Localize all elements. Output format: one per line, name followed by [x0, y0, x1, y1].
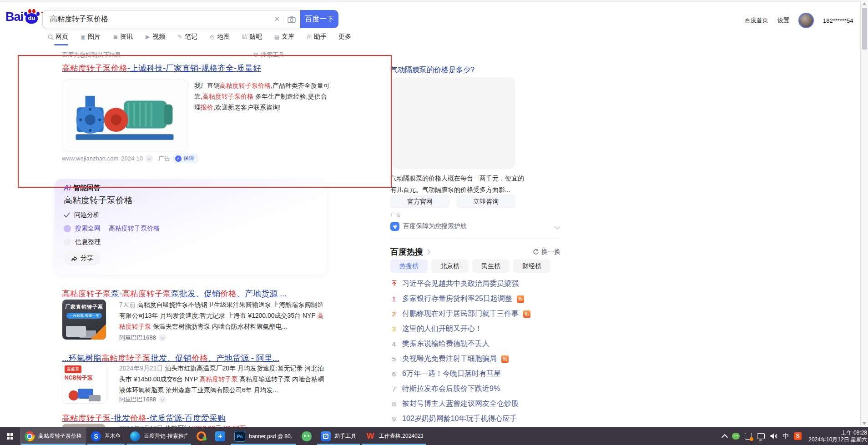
- hot-item-text[interactable]: 习近平会见越共中央政治局委员梁强: [402, 279, 519, 289]
- sidebar-ad-image-placeholder[interactable]: [392, 77, 515, 169]
- network-icon[interactable]: [757, 433, 765, 439]
- baozhang-badge[interactable]: ✓ 保障: [173, 154, 198, 163]
- tab-贴吧[interactable]: 贴贴吧: [242, 33, 262, 45]
- sidebar-ad-title[interactable]: 气动隔膜泵的价格是多少?: [390, 65, 474, 75]
- hot-tab-热搜榜[interactable]: 热搜榜: [390, 259, 428, 273]
- refresh-button[interactable]: 换一换: [533, 248, 560, 256]
- tab-笔记[interactable]: ✎笔记: [177, 33, 197, 45]
- ad-result-title[interactable]: 高粘度转子泵价格-上诚科技-厂家直销-规格齐全-质量好: [62, 63, 261, 74]
- taskbar-chrome-task[interactable]: 高粘度转子泵价格_...: [20, 427, 86, 445]
- result-thumbnail[interactable]: 嘉盛泰 NCB转子泵: [62, 363, 106, 404]
- baidu-baozhang-row[interactable]: 百度保障为您搜索护航: [390, 222, 560, 231]
- result-options-icon[interactable]: [159, 396, 166, 403]
- hot-search-item[interactable]: 3这里的人们开朗又开心！: [390, 321, 563, 336]
- hot-search-item[interactable]: 1多家银行存量房贷利率25日起调整热: [390, 291, 563, 306]
- camera-icon[interactable]: [287, 15, 296, 26]
- tab-图片[interactable]: ▣图片: [80, 33, 101, 45]
- hot-tab-民生榜[interactable]: 民生榜: [472, 259, 510, 273]
- hot-search-item[interactable]: 5央视曝光免费注射干细胞骗局热: [390, 351, 563, 366]
- settings-link[interactable]: 设置: [777, 16, 789, 25]
- hot-tab-北京榜[interactable]: 北京榜: [431, 259, 469, 273]
- ad-label: 广告: [158, 155, 170, 163]
- highlighted-keyword: 价格: [220, 289, 237, 298]
- result-title[interactable]: 高粘度转子泵-批发价格-优质货源-百度爱采购: [62, 413, 226, 424]
- search-submit-button[interactable]: 百度一下: [300, 10, 338, 28]
- tab-地图[interactable]: ◎地图: [209, 33, 230, 45]
- scrollbar-thumb[interactable]: [862, 8, 867, 50]
- taskbar-wps-task[interactable]: 工作表格.2024021...: [361, 427, 427, 445]
- result-options-icon[interactable]: [146, 155, 153, 162]
- hot-item-text[interactable]: 102岁奶奶网龄10年玩手机得心应手: [402, 414, 517, 424]
- hot-search-item[interactable]: 9102岁奶奶网龄10年玩手机得心应手: [390, 411, 563, 426]
- hot-item-text[interactable]: 特斯拉发布会后股价下跌近9%: [402, 384, 500, 394]
- scroll-down-icon[interactable]: [863, 422, 866, 425]
- sogou-input-icon[interactable]: S: [794, 432, 802, 440]
- ime-indicator[interactable]: 中: [782, 432, 789, 440]
- hot-item-text[interactable]: 付鹏称现在对于居民部门就干三件事: [402, 309, 519, 319]
- tab-资讯[interactable]: ≣资讯: [112, 33, 133, 45]
- taskbar-chat-icon[interactable]: [192, 427, 211, 445]
- tab-更多[interactable]: 更多: [338, 33, 351, 45]
- tieba-icon: 贴: [242, 33, 247, 41]
- taskbar-ps-task[interactable]: banner.psd @ 80....: [230, 427, 297, 445]
- hot-item-text[interactable]: 央视曝光免费注射干细胞骗局: [402, 354, 497, 364]
- baidu-home-link[interactable]: 百度首页: [745, 16, 768, 25]
- hot-search-item[interactable]: 4樊振东说输给费德勒不丢人: [390, 336, 563, 351]
- hidden-icons-chevron[interactable]: [722, 434, 728, 440]
- hot-item-text[interactable]: 这里的人们开朗又开心！: [402, 324, 482, 334]
- hot-item-text[interactable]: 樊振东说输给费德勒不丢人: [402, 339, 490, 349]
- consult-now-button[interactable]: 立即咨询: [456, 195, 515, 208]
- hot-search-item[interactable]: 2付鹏称现在对于居民部门就干三件事热: [390, 306, 563, 321]
- chevron-down-icon[interactable]: [554, 223, 560, 230]
- hot-item-text[interactable]: 6万年一遇！今晚日落时有彗星: [402, 369, 501, 379]
- scroll-up-icon[interactable]: [863, 2, 866, 5]
- page-scrollbar[interactable]: [860, 0, 868, 427]
- search-input[interactable]: 高粘度转子泵价格 ✕: [42, 10, 301, 29]
- clock[interactable]: 上午 09:28 2024年10月12日 星期六: [808, 430, 867, 443]
- wechat-tray-icon[interactable]: [732, 433, 740, 440]
- taskbar-wechat-icon[interactable]: [297, 427, 316, 445]
- hot-search-header: 百度热搜 换一换: [390, 246, 560, 257]
- volume-icon[interactable]: [770, 433, 777, 440]
- hot-tab-财经榜[interactable]: 财经榜: [513, 259, 550, 273]
- thumb-caption: NCB转子泵: [65, 374, 93, 382]
- hot-item-text[interactable]: 多家银行存量房贷利率25日起调整: [402, 294, 512, 304]
- hot-search-title[interactable]: 百度热搜: [390, 246, 423, 257]
- result-thumbnail[interactable]: 厂家直销转子泵 一台起批 质保一年: [62, 299, 106, 340]
- share-button[interactable]: 分享: [64, 251, 101, 265]
- result-title[interactable]: 高粘度转子泵泵-高粘度转子泵泵批发、促销价格、产地货源 ...: [62, 288, 287, 299]
- taskbar-jimuyu-task[interactable]: 基木鱼: [86, 427, 126, 445]
- hot-item-text[interactable]: 被封号博主大蓝曾建议网友全仓炒股: [402, 399, 519, 409]
- hot-search-item[interactable]: 7特斯拉发布会后股价下跌近9%: [390, 381, 563, 396]
- highlighted-keyword: 高粘度转子泵: [62, 414, 111, 423]
- source-name[interactable]: 阿里巴巴1688: [119, 395, 156, 404]
- source-name[interactable]: 阿里巴巴1688: [119, 334, 156, 342]
- taskbar-docs-icon[interactable]: [211, 427, 230, 445]
- tab-助手[interactable]: Ai助手: [306, 33, 327, 45]
- ai-search-query-link[interactable]: 高粘度转子泵价格: [109, 225, 160, 233]
- result-options-icon[interactable]: [159, 334, 166, 341]
- ad-thumbnail[interactable]: [62, 80, 188, 151]
- tab-视频[interactable]: ▶视频: [145, 33, 165, 45]
- hot-search-item[interactable]: 习近平会见越共中央政治局委员梁强: [390, 276, 563, 291]
- clear-search-icon[interactable]: ✕: [274, 15, 280, 23]
- chevron-right-icon[interactable]: [425, 249, 430, 254]
- text-segment: 保温夹套树脂沥青泵 内啮合防水材料聚氨酯电...: [151, 323, 287, 330]
- user-avatar[interactable]: [798, 13, 814, 28]
- hot-search-item[interactable]: 8被封号博主大蓝曾建议网友全仓炒股: [390, 396, 563, 411]
- taskbar-edge-task[interactable]: 百度营销-搜索推广...: [126, 427, 192, 445]
- funnel-icon: [253, 52, 258, 58]
- result-title[interactable]: ...环氧树脂高粘度转子泵批发、促销价格、产地货源 - 阿里...: [62, 353, 279, 364]
- tab-网页[interactable]: 网页: [48, 33, 68, 45]
- start-button[interactable]: [0, 427, 20, 445]
- hot-search-item[interactable]: 66万年一遇！今晚日落时有彗星: [390, 366, 563, 381]
- account-phone[interactable]: 182******54: [823, 17, 853, 24]
- search-tools-button[interactable]: 搜索工具: [253, 51, 284, 59]
- header-links: 百度首页 设置 182******54: [745, 13, 853, 28]
- official-site-button[interactable]: 官方官网: [390, 195, 449, 208]
- tab-文库[interactable]: ▤文库: [274, 33, 294, 45]
- ad-url[interactable]: www.wejianzhan.com: [62, 155, 118, 162]
- edge-icon: [130, 431, 140, 441]
- screenshot-tool-icon[interactable]: [745, 433, 752, 440]
- taskbar-assistant-task[interactable]: 助手工具: [316, 427, 361, 445]
